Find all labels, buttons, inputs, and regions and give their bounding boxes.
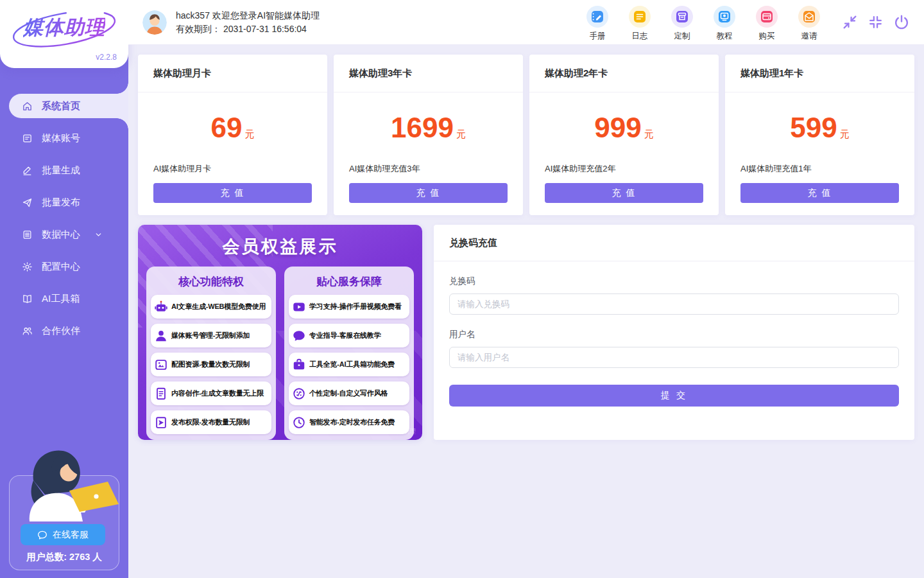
benefit-item: 内容创作-生成文章数量无上限 [151, 381, 271, 405]
sidebar-item-home[interactable]: 系统首页 [9, 94, 128, 118]
quick-icon-tutorial[interactable]: 教程 [710, 3, 739, 42]
pricing-card-desc: AI媒体助理充值1年 [740, 163, 899, 175]
quick-icon-invite[interactable]: 邀请 [794, 3, 824, 42]
invite-envelope-icon [802, 10, 816, 24]
sidebar-item-label: 媒体账号 [42, 132, 80, 144]
benefit-text: 媒体账号管理-无限制添加 [171, 331, 250, 340]
pricing-card-month: 媒体助理月卡 69元 AI媒体助理月卡 充 值 [138, 55, 327, 215]
benefits-column-title: 核心功能特权 [151, 274, 271, 289]
sidebar-footer: 在线客服 用户总数: 2763 人 [0, 442, 128, 578]
quick-icon-buy[interactable]: 购买 [752, 3, 782, 42]
power-icon [893, 14, 910, 31]
benefit-item: 发布权限-发布数量无限制 [151, 410, 271, 434]
benefit-text: 配图资源-数量次数无限制 [171, 360, 250, 369]
window-controls [842, 14, 910, 31]
user-info: hack357 欢迎您登录AI智能媒体助理 有效期到： 2031-07-31 1… [142, 9, 320, 36]
expiry-label: 有效期到： [176, 24, 221, 34]
quick-icon-manual[interactable]: 手册 [583, 3, 612, 42]
price-unit: 元 [456, 128, 466, 139]
user-total-suffix: 人 [92, 552, 102, 562]
pricing-card-title: 媒体助理2年卡 [529, 55, 719, 92]
submit-button[interactable]: 提 交 [449, 385, 899, 407]
play-icon [292, 300, 306, 314]
quick-icon-log[interactable]: 日志 [625, 3, 654, 42]
benefit-item: AI文章生成-WEB模型免费使用 [151, 295, 271, 319]
account-card-icon [22, 133, 33, 144]
pricing-card-desc: AI媒体助理充值2年 [545, 163, 703, 175]
sidebar-menu: 系统首页 媒体账号 批量生成 批量发布 数据中心 配置中心 AI工具箱 [0, 94, 128, 343]
price-value: 599 [790, 112, 837, 143]
home-icon [22, 101, 33, 112]
price: 69元 [153, 112, 312, 144]
quick-icon-label: 日志 [632, 31, 648, 42]
recharge-button[interactable]: 充 值 [545, 183, 703, 203]
price-value: 1699 [391, 112, 454, 143]
benefit-text: 内容创作-生成文章数量无上限 [171, 389, 264, 398]
price: 1699元 [349, 112, 508, 144]
support-agent-illustration [6, 443, 122, 523]
pricing-card-2year: 媒体助理2年卡 999元 AI媒体助理充值2年 充 值 [529, 55, 719, 215]
benefits-panel: 会员权益展示 核心功能特权 AI文章生成-WEB模型免费使用 媒体账号管理-无限… [138, 225, 422, 440]
sidebar-item-media-accounts[interactable]: 媒体账号 [0, 126, 128, 150]
benefit-item: 媒体账号管理-无限制添加 [151, 324, 271, 347]
welcome-text: hack357 欢迎您登录AI智能媒体助理 [176, 9, 320, 22]
username-input[interactable] [449, 347, 899, 368]
price-unit: 元 [644, 128, 654, 139]
pricing-card-desc: AI媒体助理月卡 [153, 163, 312, 175]
shrink-brackets-icon [868, 14, 884, 30]
book-icon [22, 293, 33, 304]
recharge-button[interactable]: 充 值 [349, 183, 508, 203]
send-icon [22, 197, 33, 208]
doc-icon [154, 387, 168, 401]
user-total: 用户总数: 2763 人 [0, 551, 128, 563]
sidebar-item-partners[interactable]: 合作伙伴 [0, 319, 128, 343]
price-unit: 元 [244, 128, 254, 139]
shrink-window-button[interactable] [868, 14, 884, 30]
power-button[interactable] [893, 14, 910, 31]
chat-icon [292, 329, 306, 343]
sidebar-item-data-center[interactable]: 数据中心 [0, 222, 128, 247]
quick-icon-label: 手册 [590, 31, 606, 42]
pricing-card-title: 媒体助理月卡 [138, 55, 327, 92]
custom-archive-icon [675, 10, 689, 24]
sidebar-item-config-center[interactable]: 配置中心 [0, 254, 128, 279]
user-total-label: 用户总数: [26, 552, 67, 562]
redeem-code-input[interactable] [449, 293, 899, 315]
redeem-title: 兑换码充值 [434, 225, 914, 261]
user-total-value: 2763 [69, 552, 90, 562]
online-service-button[interactable]: 在线客服 [21, 524, 105, 545]
user-icon [154, 329, 168, 343]
sidebar-item-batch-publish[interactable]: 批量发布 [0, 190, 128, 215]
collapse-window-button[interactable] [842, 14, 858, 30]
expiry-line: 有效期到： 2031-07-31 16:56:04 [176, 22, 320, 36]
quick-icon-label: 定制 [674, 31, 690, 42]
recharge-button[interactable]: 充 值 [153, 183, 312, 203]
sidebar: 媒体助理 v2.2.8 系统首页 媒体账号 批量生成 批量发布 数据中心 配置中… [0, 0, 128, 578]
sidebar-item-ai-toolbox[interactable]: AI工具箱 [0, 286, 128, 311]
sidebar-item-label: 数据中心 [42, 229, 80, 241]
benefit-item: 配图资源-数量次数无限制 [151, 353, 271, 376]
benefit-text: 专业指导-客服在线教学 [309, 331, 381, 340]
buy-wallet-icon [760, 10, 774, 24]
data-list-icon [22, 229, 33, 240]
sidebar-item-label: 配置中心 [42, 261, 80, 273]
sidebar-item-batch-generate[interactable]: 批量生成 [0, 158, 128, 182]
logo-card: 媒体助理 v2.2.8 [0, 0, 128, 68]
toolbox-icon [292, 358, 306, 372]
quick-icon-label: 购买 [759, 31, 775, 42]
price: 599元 [740, 112, 899, 144]
recharge-button[interactable]: 充 值 [740, 183, 899, 203]
benefit-text: 学习支持-操作手册视频免费看 [309, 302, 402, 311]
pricing-card-1year: 媒体助理1年卡 599元 AI媒体助理充值1年 充 值 [725, 55, 914, 215]
benefit-item: 工具全览-AI工具箱功能免费 [289, 353, 409, 376]
image-icon [154, 358, 168, 372]
chevron-down-icon [94, 231, 103, 239]
manual-notebook-icon [590, 10, 604, 24]
quick-icon-custom[interactable]: 定制 [667, 3, 697, 42]
sidebar-item-label: 批量生成 [42, 164, 80, 177]
benefit-text: 个性定制-自定义写作风格 [309, 389, 388, 398]
redeem-panel: 兑换码充值 兑换码 用户名 提 交 [434, 225, 914, 440]
main-content: 媒体助理月卡 69元 AI媒体助理月卡 充 值 媒体助理3年卡 1699元 AI… [128, 45, 924, 578]
tutorial-camera-icon [717, 10, 732, 24]
palette-icon [292, 387, 306, 401]
